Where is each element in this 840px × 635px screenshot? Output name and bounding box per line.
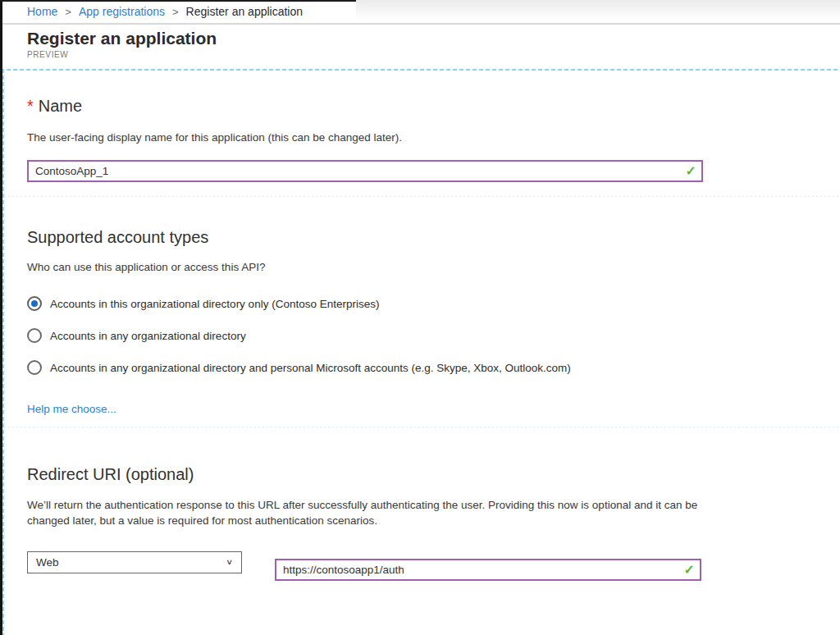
blade-content: *Name The user-facing display name for t… [4,71,840,635]
redirect-uri-input[interactable] [275,559,701,581]
blade-dashed-border-top [0,69,840,71]
blade-dashed-border-left [2,69,4,635]
name-input[interactable] [27,160,703,182]
radio-option-label: Accounts in any organizational directory… [50,362,571,374]
radio-option-multi-tenant[interactable]: Accounts in any organizational directory [27,327,840,344]
required-asterisk: * [27,97,34,115]
radio-option-multi-tenant-personal[interactable]: Accounts in any organizational directory… [27,359,840,376]
radio-button-icon [27,360,42,375]
blade-header: Register an application PREVIEW [27,28,217,59]
radio-option-label: Accounts in this organizational director… [50,298,379,310]
platform-dropdown-value: Web [36,556,59,569]
account-types-radio-group: Accounts in this organizational director… [27,295,840,376]
window-top-edge [0,0,356,2]
redirect-uri-description: We’ll return the authentication response… [27,497,698,528]
name-section-title-text: Name [39,97,82,115]
register-application-page: Home > App registrations > Register an a… [0,0,840,635]
valid-checkmark-icon: ✓ [684,563,695,576]
account-types-section-title: Supported account types [27,226,840,248]
breadcrumb: Home > App registrations > Register an a… [2,0,840,25]
radio-option-label: Accounts in any organizational directory [50,330,246,342]
name-input-wrapper: ✓ [27,160,703,182]
preview-badge: PREVIEW [27,50,217,59]
chevron-down-icon: ∨ [226,558,233,567]
redirect-uri-section-title: Redirect URI (optional) [27,464,840,485]
redirect-uri-row: Web ∨ ✓ [27,543,840,581]
window-left-edge [0,0,2,635]
page-title: Register an application [27,28,217,49]
platform-dropdown[interactable]: Web ∨ [27,551,242,573]
valid-checkmark-icon: ✓ [686,164,696,177]
radio-option-single-tenant[interactable]: Accounts in this organizational director… [27,295,840,312]
breadcrumb-separator-icon: > [65,6,71,18]
section-divider [4,196,840,197]
name-description: The user-facing display name for this ap… [27,130,840,144]
account-types-question: Who can use this application or access t… [27,260,840,274]
breadcrumb-home-link[interactable]: Home [27,5,57,18]
breadcrumb-separator-icon: > [172,6,179,18]
name-section-title: *Name [27,95,840,116]
breadcrumb-app-registrations-link[interactable]: App registrations [79,5,165,18]
section-divider [4,427,840,427]
radio-button-icon [27,296,42,311]
help-me-choose-link[interactable]: Help me choose... [27,403,116,415]
redirect-uri-input-wrapper: ✓ [275,559,701,581]
breadcrumb-current-page: Register an application [186,5,303,18]
radio-button-icon [27,328,42,343]
